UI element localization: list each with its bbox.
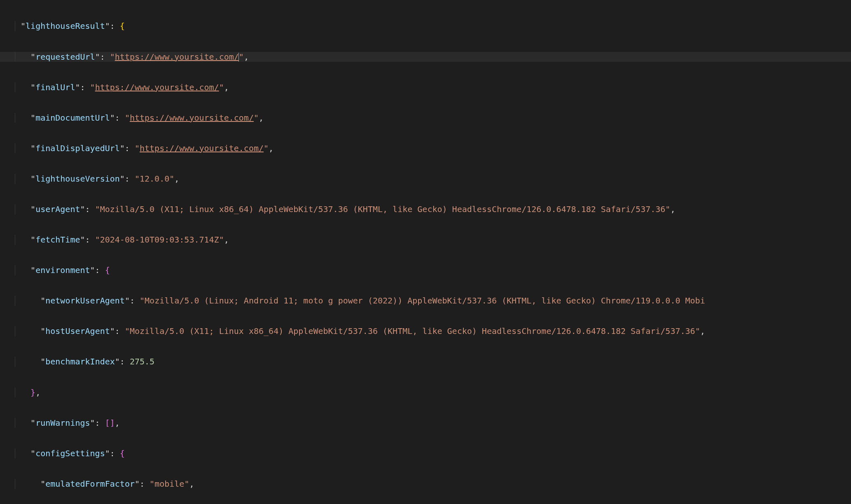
code-line: "mainDocumentUrl": "https://www.yoursite… [21, 113, 264, 123]
code-line: "networkUserAgent": "Mozilla/5.0 (Linux;… [21, 296, 705, 306]
code-line: "lighthouseResult": { [21, 21, 125, 31]
code-line: "lighthouseVersion": "12.0.0", [21, 174, 179, 184]
code-line: "fetchTime": "2024-08-10T09:03:53.714Z", [21, 235, 229, 245]
code-line: "environment": { [21, 265, 110, 275]
code-line: "finalUrl": "https://www.yoursite.com/", [21, 82, 229, 93]
code-line: "benchmarkIndex": 275.5 [21, 357, 154, 367]
code-line: "hostUserAgent": "Mozilla/5.0 (X11; Linu… [21, 326, 705, 336]
code-line: "finalDisplayedUrl": "https://www.yoursi… [21, 143, 274, 154]
code-line: "runWarnings": [], [21, 418, 120, 428]
code-line: "userAgent": "Mozilla/5.0 (X11; Linux x8… [21, 204, 675, 215]
code-line: "configSettings": { [21, 448, 125, 459]
code-line: }, [21, 387, 40, 398]
code-line: "emulatedFormFactor": "mobile", [21, 479, 194, 489]
code-editor[interactable]: "lighthouseResult": { "requestedUrl": "h… [0, 0, 851, 504]
code-line: "requestedUrl": "https://www.yoursite.co… [21, 52, 249, 62]
